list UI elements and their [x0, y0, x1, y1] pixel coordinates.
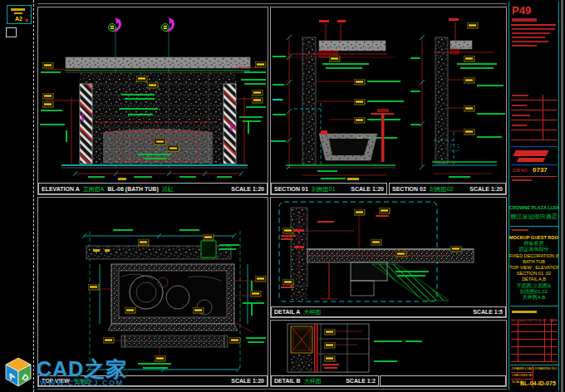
drawing-no-value: BL-04-ID-075 — [520, 380, 556, 386]
client-name-cn: 丽江皇冠假日酒店 — [509, 213, 558, 219]
left-column-hatch — [80, 84, 92, 164]
cad-home-logo: A D — [2, 356, 34, 388]
sig-rule-4 — [511, 130, 558, 130]
rev-desc-header: DESCRIPTION — [518, 318, 541, 322]
page-number: P49 — [512, 5, 531, 16]
logo-rule-top — [511, 146, 558, 147]
section-marker-02 — [162, 17, 175, 32]
title-line: SECTION 01 ,02 — [509, 271, 558, 277]
sig-rule-5 — [511, 140, 558, 140]
plan-wall-band — [86, 234, 239, 259]
detail-a-wall — [291, 208, 307, 300]
client-name: CROWNE PLAZA LIJIANG — [509, 206, 558, 211]
detail-b-drawing — [271, 321, 506, 375]
sheet-right-strip — [561, 0, 563, 392]
firm-line-1 — [512, 28, 555, 30]
elevation-a-code-cn: 浴缸 — [162, 186, 174, 192]
detail-a-titlebar: DETAIL A 大样图 SCALE 1:5 — [271, 306, 506, 317]
firm-line-2 — [512, 32, 550, 34]
section-02 — [410, 18, 505, 178]
bathtub-plan — [108, 264, 238, 331]
bottom-rule — [510, 365, 558, 365]
firm-line-3 — [512, 37, 545, 38]
section-02-titlebar: SECTION 02 剖面图02 SCALE 1:20 — [389, 183, 506, 194]
sig-rule-3 — [511, 120, 558, 120]
firm-logo-2 — [517, 158, 545, 162]
watermark-url: WWW.CADZJ.COM — [40, 379, 124, 387]
sheet-size-stamp: A2 — [7, 5, 32, 24]
firm-line-4 — [512, 41, 548, 42]
detail-b-label: DETAIL B — [274, 378, 301, 384]
sheet-top-line — [37, 3, 507, 4]
section-01 — [271, 20, 404, 180]
top-view-scale: SCALE 1:20 — [231, 378, 264, 384]
title-line: 平面图,立面图& — [509, 283, 558, 289]
title-line: DETAIL A,B — [509, 277, 558, 282]
rev-rule-top — [510, 306, 558, 306]
panel-elevation-a — [37, 7, 268, 195]
detail-b-titlebar-blank — [380, 375, 506, 386]
sig-label-2 — [512, 105, 527, 106]
firm-line-5 — [512, 45, 537, 47]
stamp-dot — [26, 19, 28, 22]
detail-b-scale: SCALE 1:2 — [346, 378, 376, 384]
left-leaders — [40, 62, 80, 125]
panel-sections — [270, 7, 507, 195]
elevation-a-label-cn: 立面图A — [83, 186, 105, 192]
title-block: P49 JOB NO. 0737 CROWNE PLAZA LIJIANG 丽江… — [508, 2, 559, 390]
detail-a-label: DETAIL A — [274, 309, 300, 315]
detail-a-scale: SCALE 1:5 — [473, 309, 503, 315]
title-line: FIXED DECORATION (BL-06) — [509, 253, 558, 259]
job-rule — [511, 176, 558, 177]
rev-heading-bar — [512, 311, 537, 313]
rev-no-header: NO. — [511, 318, 517, 322]
section-01-label: SECTION 01 — [274, 186, 308, 192]
section-01-label-cn: 剖面图01 — [312, 186, 336, 192]
top-view-drawing — [38, 198, 268, 375]
elevation-a-code: BL-06 (BATH TUB) — [107, 186, 158, 192]
drawn-label: DRAWN (CAD) — [512, 367, 534, 370]
north-box — [6, 27, 17, 37]
cad-sheet: A2 — [0, 0, 565, 392]
sig-label-4 — [512, 125, 527, 126]
title-line: TOP VIEW , ELEVATION & — [509, 265, 558, 271]
detail-b-titlebar: DETAIL B 大样图 SCALE 1:2 — [271, 375, 379, 386]
project-no-bar — [512, 179, 532, 181]
drawing-title-bar — [512, 229, 528, 231]
sig-vline — [543, 95, 543, 140]
detail-b-annotations — [322, 329, 422, 369]
elevation-a-drawing — [38, 7, 268, 183]
sections-drawing — [271, 7, 506, 183]
panel-detail-a — [270, 197, 507, 318]
elevation-a-label: ELEVATION A — [42, 186, 80, 192]
stamp-mark2 — [14, 12, 22, 14]
job-no-label: JOB NO. — [512, 169, 528, 173]
ceiling-slab — [66, 57, 250, 73]
drawing-title-lines: MOCKUP GUEST ROOM 样板客房 固定装饰部分 FIXED DECO… — [509, 235, 558, 301]
firm-rule — [511, 24, 556, 26]
firm-name-bar — [512, 18, 537, 22]
detail-a-label-cn: 大样图 — [303, 309, 321, 315]
sig-label-3 — [512, 115, 530, 116]
job-no-value: 0737 — [533, 167, 548, 174]
title-line: BATH TUB — [509, 259, 558, 265]
section-01-titlebar: SECTION 01 剖面图01 SCALE 1:20 — [271, 183, 387, 194]
firm-logo — [513, 150, 548, 156]
title-line: 固定装饰部分 — [509, 247, 558, 252]
stamp-mark — [11, 8, 25, 11]
section-01-scale: SCALE 1:20 — [351, 186, 384, 192]
drawing-no-label: DRAWING NO. — [535, 367, 558, 370]
section-02-label-cn: 剖面图02 — [430, 186, 454, 192]
detail-b-label-cn: 大样图 — [304, 378, 322, 384]
title-line: 剖面图01,02 — [509, 289, 558, 295]
right-column-hatch — [224, 84, 236, 164]
section-02-scale: SCALE 1:20 — [469, 186, 503, 192]
logo-rule-bottom — [511, 164, 558, 165]
sheet-dashed-border — [33, 0, 34, 392]
detail-a-steps — [321, 262, 449, 301]
sig-label-1 — [512, 95, 528, 96]
title-rule-top — [510, 226, 558, 227]
title-line: 大样图A,B — [509, 295, 558, 301]
detail-a-drawing — [271, 198, 506, 306]
sheet-bottom-line — [37, 389, 507, 390]
